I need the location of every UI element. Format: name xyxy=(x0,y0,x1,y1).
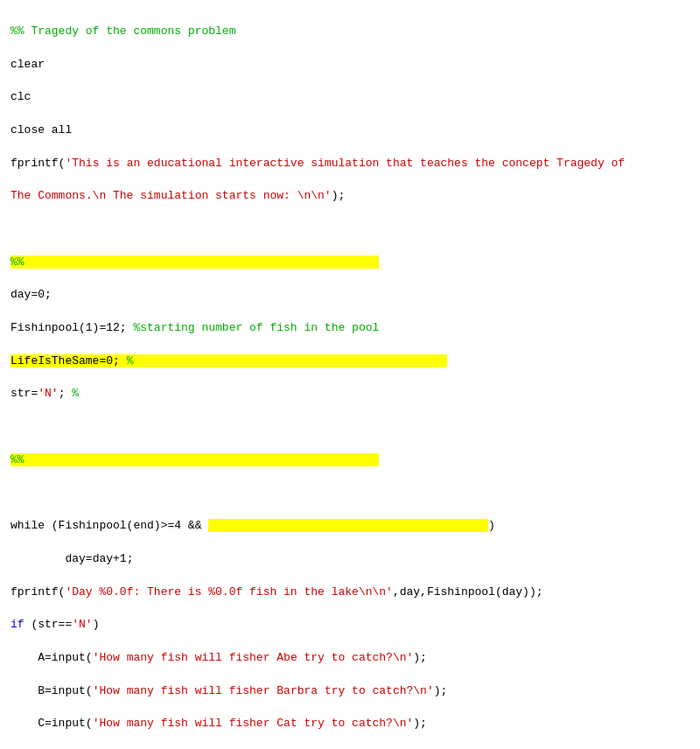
code-day: day=0; xyxy=(10,288,52,301)
code-input-c: C=input('How many fish will fisher Cat t… xyxy=(10,717,427,730)
code-close-all: close all xyxy=(10,123,72,136)
highlight-section-2: %% xyxy=(10,453,379,466)
code-fishinpool-init: Fishinpool(1)=12; %starting number of fi… xyxy=(10,321,379,334)
highlight-section-1: %% xyxy=(10,256,379,269)
highlight-lifeissame: LifeIsTheSame=0; % xyxy=(10,354,447,368)
code-str-init: str='N'; % xyxy=(10,387,79,400)
code-fprintf-day: fprintf('Day %0.0f: There is %0.0f fish … xyxy=(10,585,543,598)
code-input-a: A=input('How many fish will fisher Abe t… xyxy=(10,651,427,664)
comment-line-1: %% Tragedy of the commons problem xyxy=(10,24,235,38)
code-if-str: if xyxy=(10,618,24,631)
code-while-header: while (Fishinpool(end)>=4 && ) xyxy=(10,519,495,532)
code-fprintf-1-cont: The Commons.\n The simulation starts now… xyxy=(10,189,332,202)
code-editor: %% Tragedy of the commons problem clear … xyxy=(10,7,690,749)
code-input-b: B=input('How many fish will fisher Barbr… xyxy=(10,684,447,697)
code-day-increment: day=day+1; xyxy=(10,552,133,565)
code-fprintf-1: fprintf('This is an educational interact… xyxy=(10,157,625,170)
code-clear: clear xyxy=(10,58,45,71)
code-clc: clc xyxy=(10,90,31,103)
